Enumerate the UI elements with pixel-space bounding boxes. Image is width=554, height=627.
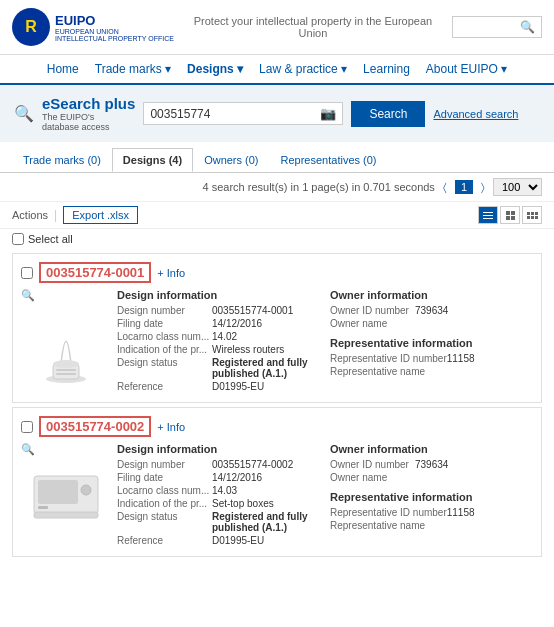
card2-value-ip: Set-top boxes bbox=[212, 498, 274, 509]
card1-field-locarno: Locarno class num... 14.02 bbox=[117, 331, 320, 342]
card2-label-ds: Design status bbox=[117, 511, 212, 533]
nav-trademarks[interactable]: Trade marks ▾ bbox=[95, 62, 171, 76]
logo-subtitle1: EUROPEAN UNION bbox=[55, 28, 174, 35]
svg-point-2 bbox=[53, 360, 79, 368]
logo-area: R EUIPO EUROPEAN UNION INTELLECTUAL PROP… bbox=[12, 8, 174, 46]
card2-field-ref: Reference D01995-EU bbox=[117, 535, 320, 546]
card2-value-fd: 14/12/2016 bbox=[212, 472, 262, 483]
card1-owner-rep-info: Owner information Owner ID number 739634… bbox=[330, 289, 533, 394]
card2-design-info: Design information Design number 0035515… bbox=[117, 443, 320, 548]
card2-plus-info[interactable]: + Info bbox=[157, 421, 185, 433]
card1-info: Design information Design number 0035515… bbox=[117, 289, 533, 394]
card2-device-image bbox=[26, 460, 106, 530]
select-all-checkbox[interactable] bbox=[12, 233, 24, 245]
card2-owner-id-label: Owner ID number bbox=[330, 459, 415, 470]
view-table-icon[interactable] bbox=[522, 206, 542, 224]
header-search-box[interactable]: 🔍 bbox=[452, 16, 542, 38]
card2-rep-title: Representative information bbox=[330, 491, 533, 503]
card1-rep-id-label: Representative ID number bbox=[330, 353, 447, 364]
card2-owner-name-label: Owner name bbox=[330, 472, 415, 483]
card2-field-fd: Filing date 14/12/2016 bbox=[117, 472, 320, 483]
card1-id[interactable]: 003515774-0001 bbox=[39, 262, 151, 283]
card1-rep-title: Representative information bbox=[330, 337, 533, 349]
results-summary: 4 search result(s) in 1 page(s) in 0.701… bbox=[203, 181, 435, 193]
card1-rep-id-row: Representative ID number 11158 bbox=[330, 353, 533, 364]
main-nav: Home Trade marks ▾ Designs ▾ Law & pract… bbox=[0, 55, 554, 85]
svg-rect-7 bbox=[38, 480, 78, 504]
magnify-icon-2[interactable]: 🔍 bbox=[21, 443, 35, 456]
search-button[interactable]: Search bbox=[351, 101, 425, 127]
nav-learning[interactable]: Learning bbox=[363, 62, 410, 76]
settop-svg bbox=[30, 468, 102, 523]
card1-image-area: 🔍 bbox=[21, 289, 111, 394]
esearch-subtitle2: database access bbox=[42, 122, 135, 132]
card1-design-title: Design information bbox=[117, 289, 320, 301]
card2-image-area: 🔍 bbox=[21, 443, 111, 548]
export-button[interactable]: Export .xlsx bbox=[63, 206, 138, 224]
card1-checkbox[interactable] bbox=[21, 267, 33, 279]
magnify-icon-1[interactable]: 🔍 bbox=[21, 289, 35, 302]
page-prev[interactable]: 〈 bbox=[443, 181, 447, 194]
card1-body: 🔍 Design information Design number 003 bbox=[21, 289, 533, 394]
card2-label-lc: Locarno class num... bbox=[117, 485, 212, 496]
result-card-1: 003515774-0001 + Info 🔍 Design informati… bbox=[12, 253, 542, 403]
card2-label-dn: Design number bbox=[117, 459, 212, 470]
page-next[interactable]: 〉 bbox=[481, 181, 485, 194]
nav-about[interactable]: About EUIPO ▾ bbox=[426, 62, 507, 76]
card2-rep-name-row: Representative name bbox=[330, 520, 533, 531]
card2-field-ip: Indication of the pr... Set-top boxes bbox=[117, 498, 320, 509]
card1-value-dn: 0035515774-0001 bbox=[212, 305, 293, 316]
card1-label-ip: Indication of the pr... bbox=[117, 344, 212, 355]
nav-designs[interactable]: Designs ▾ bbox=[187, 62, 243, 76]
card2-owner-name-row: Owner name bbox=[330, 472, 533, 483]
tab-representatives[interactable]: Representatives (0) bbox=[270, 148, 388, 172]
search-icon: 🔍 bbox=[520, 20, 535, 34]
card1-owner-id-label: Owner ID number bbox=[330, 305, 415, 316]
camera-icon[interactable]: 📷 bbox=[320, 106, 336, 121]
view-grid-icon[interactable] bbox=[500, 206, 520, 224]
result-card-2: 003515774-0002 + Info 🔍 Design informati… bbox=[12, 407, 542, 557]
card2-owner-id-value: 739634 bbox=[415, 459, 448, 470]
svg-point-8 bbox=[81, 485, 91, 495]
card2-value-dn: 0035515774-0002 bbox=[212, 459, 293, 470]
card1-value-fd: 14/12/2016 bbox=[212, 318, 262, 329]
card2-label-ip: Indication of the pr... bbox=[117, 498, 212, 509]
card1-owner-name-row: Owner name bbox=[330, 318, 533, 329]
card1-header: 003515774-0001 + Info bbox=[21, 262, 533, 283]
search-input-wrap[interactable]: 📷 bbox=[143, 102, 343, 125]
card2-field-dn: Design number 0035515774-0002 bbox=[117, 459, 320, 470]
card2-label-ref: Reference bbox=[117, 535, 212, 546]
card2-label-fd: Filing date bbox=[117, 472, 212, 483]
logo-stars-ring bbox=[12, 8, 50, 46]
esearch-brand-block: eSearch plus The EUIPO's database access bbox=[42, 95, 135, 132]
card1-owner-title: Owner information bbox=[330, 289, 533, 301]
card2-value-ds: Registered and fully published (A.1.) bbox=[212, 511, 320, 533]
card2-value-ref: D01995-EU bbox=[212, 535, 264, 546]
card1-rep-id-value: 11158 bbox=[447, 353, 475, 364]
nav-home[interactable]: Home bbox=[47, 62, 79, 76]
card1-field-indication: Indication of the pr... Wireless routers bbox=[117, 344, 320, 355]
results-right: 4 search result(s) in 1 page(s) in 0.701… bbox=[203, 178, 542, 196]
tab-bar: Trade marks (0) Designs (4) Owners (0) R… bbox=[0, 142, 554, 173]
nav-law[interactable]: Law & practice ▾ bbox=[259, 62, 347, 76]
card1-label-ds: Design status bbox=[117, 357, 212, 379]
view-list-icon[interactable] bbox=[478, 206, 498, 224]
card2-checkbox[interactable] bbox=[21, 421, 33, 433]
toolbar-divider: | bbox=[54, 208, 57, 222]
card1-owner-name-label: Owner name bbox=[330, 318, 415, 329]
page-size-select[interactable]: 100 50 25 bbox=[493, 178, 542, 196]
search-icon-bar: 🔍 bbox=[14, 104, 34, 123]
results-info-bar: 4 search result(s) in 1 page(s) in 0.701… bbox=[0, 173, 554, 201]
advanced-search-link[interactable]: Advanced search bbox=[433, 108, 518, 120]
card2-owner-title: Owner information bbox=[330, 443, 533, 455]
card1-value-ref: D01995-EU bbox=[212, 381, 264, 392]
card1-field-design-number: Design number 0035515774-0001 bbox=[117, 305, 320, 316]
card2-id[interactable]: 003515774-0002 bbox=[39, 416, 151, 437]
tab-owners[interactable]: Owners (0) bbox=[193, 148, 269, 172]
tab-designs[interactable]: Designs (4) bbox=[112, 148, 193, 172]
tab-trademarks[interactable]: Trade marks (0) bbox=[12, 148, 112, 172]
card1-field-status: Design status Registered and fully publi… bbox=[117, 357, 320, 379]
card1-plus-info[interactable]: + Info bbox=[157, 267, 185, 279]
search-input[interactable] bbox=[150, 107, 316, 121]
header-tagline: Protect your intellectual property in th… bbox=[174, 15, 452, 39]
